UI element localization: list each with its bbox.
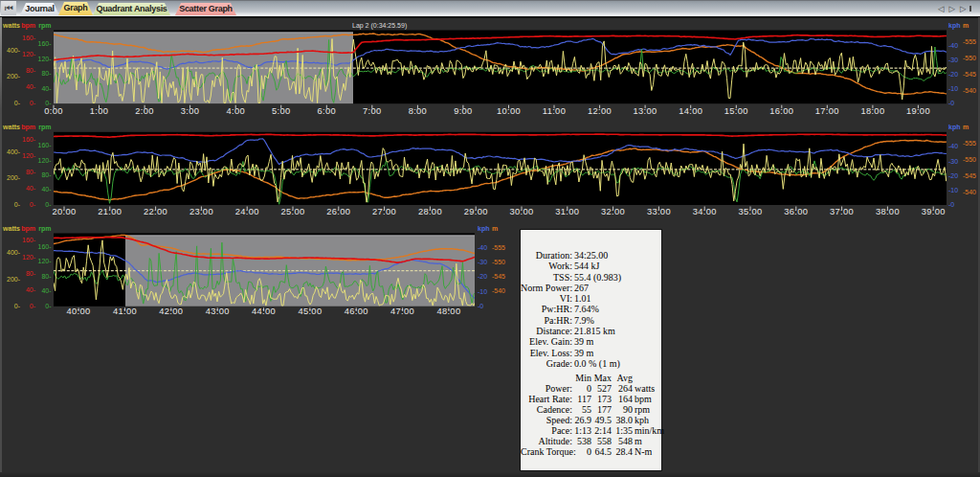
svg-text:20:00: 20:00 [52,207,76,216]
svg-text:0-: 0- [14,303,21,309]
svg-text:bpm: bpm [21,22,35,30]
svg-text:kph: kph [948,124,960,131]
svg-text:9:00: 9:00 [454,106,473,116]
svg-text:bpm: bpm [21,124,35,131]
svg-text:-20: -20 [948,172,958,179]
svg-text:7:00: 7:00 [363,106,382,116]
svg-text:40:00: 40:00 [67,307,91,316]
svg-text:watts: watts [2,124,20,130]
svg-text:-540: -540 [492,287,505,294]
svg-text:13:00: 13:00 [634,106,657,116]
svg-text:36:00: 36:00 [784,207,808,216]
svg-text:37:00: 37:00 [830,207,854,216]
svg-text:40-: 40- [26,83,36,90]
svg-text:0-: 0- [14,201,21,208]
svg-text:-0: -0 [948,100,954,106]
svg-text:40-: 40- [41,85,52,92]
svg-text:m: m [963,124,969,130]
svg-text:35:00: 35:00 [738,207,762,216]
svg-text:Lap 2 (0:34:25.59): Lap 2 (0:34:25.59) [352,22,407,30]
svg-text:6:00: 6:00 [318,106,337,116]
svg-text:4:00: 4:00 [226,106,245,116]
svg-text:15:00: 15:00 [724,106,748,116]
svg-text:-555: -555 [963,38,976,45]
svg-text:-40: -40 [948,143,958,149]
svg-text:28:00: 28:00 [418,207,442,216]
svg-text:m: m [492,225,498,232]
svg-text:41:00: 41:00 [113,307,137,316]
svg-text:32:00: 32:00 [601,207,625,216]
svg-text:rpm: rpm [38,124,51,131]
svg-text:bpm: bpm [21,225,35,233]
svg-text:0:00: 0:00 [44,106,63,116]
svg-text:19:00: 19:00 [906,106,930,116]
svg-text:-545: -545 [963,172,976,179]
svg-text:160-: 160- [22,237,36,243]
svg-text:400-: 400- [7,148,21,155]
svg-text:0-: 0- [30,303,36,309]
svg-text:-30: -30 [948,57,958,63]
svg-text:39:00: 39:00 [922,207,946,216]
svg-text:0-: 0- [45,303,52,309]
svg-text:160-: 160- [37,40,52,47]
svg-text:11:00: 11:00 [543,106,566,116]
svg-text:45:00: 45:00 [298,307,322,316]
svg-text:47:00: 47:00 [390,307,414,316]
svg-text:-555: -555 [492,244,505,251]
svg-text:kph: kph [478,225,489,233]
svg-text:25:00: 25:00 [280,207,304,216]
svg-text:40-: 40- [41,186,52,193]
svg-text:80-: 80- [41,273,52,280]
svg-text:120-: 120- [22,51,36,57]
svg-text:34:00: 34:00 [693,207,717,216]
svg-text:80-: 80- [26,270,36,277]
svg-text:-40: -40 [478,244,487,251]
svg-text:-40: -40 [948,42,958,49]
svg-text:0-: 0- [45,201,52,208]
svg-text:23:00: 23:00 [189,207,213,216]
svg-text:200-: 200- [7,276,21,283]
svg-text:40-: 40- [41,287,52,294]
svg-text:-10: -10 [478,288,487,295]
svg-text:24:00: 24:00 [235,207,259,216]
svg-text:8:00: 8:00 [409,106,428,116]
svg-text:-550: -550 [492,259,505,265]
svg-text:m: m [963,22,969,29]
svg-text:29:00: 29:00 [464,207,488,216]
svg-text:43:00: 43:00 [206,307,230,316]
svg-text:38:00: 38:00 [876,207,900,216]
svg-text:rpm: rpm [38,22,51,30]
svg-text:-550: -550 [963,156,976,163]
svg-text:-540: -540 [963,189,976,195]
svg-text:2:00: 2:00 [135,106,154,116]
svg-text:120-: 120- [22,152,36,159]
svg-text:80-: 80- [26,169,36,175]
svg-text:31:00: 31:00 [555,207,579,216]
svg-text:-0: -0 [948,201,954,208]
svg-text:-20: -20 [478,273,487,280]
svg-text:-540: -540 [963,87,976,94]
svg-text:watts: watts [2,225,20,232]
svg-text:44:00: 44:00 [252,307,276,316]
svg-text:rpm: rpm [38,225,51,233]
svg-text:-545: -545 [492,273,505,280]
svg-text:18:00: 18:00 [860,106,884,116]
svg-text:46:00: 46:00 [345,307,368,316]
svg-text:-550: -550 [963,55,976,61]
svg-text:120-: 120- [37,56,52,62]
svg-text:16:00: 16:00 [769,106,793,116]
svg-text:80-: 80- [41,70,52,77]
svg-text:17:00: 17:00 [815,106,839,116]
svg-text:-555: -555 [963,140,976,147]
svg-text:-0: -0 [478,303,483,309]
svg-text:-20: -20 [948,71,958,78]
svg-text:kph: kph [948,22,960,30]
svg-text:120-: 120- [22,254,36,261]
svg-text:0-: 0- [30,201,36,208]
svg-text:-545: -545 [963,71,976,78]
svg-text:14:00: 14:00 [679,106,702,116]
svg-text:200-: 200- [7,73,21,80]
svg-text:3:00: 3:00 [181,106,200,116]
svg-text:12:00: 12:00 [588,106,612,116]
svg-text:5:00: 5:00 [272,106,291,116]
